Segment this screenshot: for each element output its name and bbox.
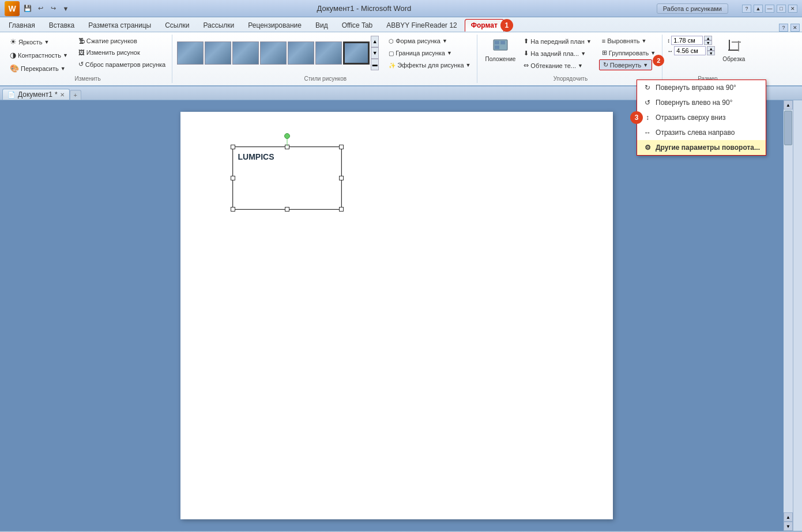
flip-h-icon: ↔ <box>643 128 652 137</box>
btn-front[interactable]: ⬆ На передний план ▼ <box>521 36 594 47</box>
image-text: LUMPICS <box>238 152 274 161</box>
btn-shape[interactable]: ⬡ Форма рисунка ▼ <box>386 36 473 46</box>
btn-effects[interactable]: ✨ Эффекты для рисунка ▼ <box>386 60 473 70</box>
handle-br[interactable] <box>339 207 344 212</box>
btn-align[interactable]: ≡ Выровнять ▼ <box>599 36 658 46</box>
number-badge-3: 3 <box>630 111 643 124</box>
menu-rotate-right[interactable]: ↻ Повернуть вправо на 90° <box>637 80 766 95</box>
selected-image[interactable]: LUMPICS <box>232 146 342 210</box>
svg-rect-1 <box>495 41 499 44</box>
tab-format[interactable]: Формат <box>465 19 504 32</box>
handle-tl[interactable] <box>231 145 235 149</box>
new-doc-tab[interactable]: + <box>70 90 81 100</box>
btn-border[interactable]: ▢ Граница рисунка ▼ <box>386 48 473 58</box>
title-bar: W 💾 ↩ ↪ ▼ Документ1 - Microsoft Word Раб… <box>0 0 802 17</box>
btn-crop[interactable]: Обрезка <box>720 36 748 64</box>
flip-v-icon: ↕ <box>643 113 652 122</box>
handle-bl[interactable] <box>231 207 235 212</box>
style-thumb-1[interactable] <box>177 41 204 65</box>
ribbon-toggle[interactable]: ▲ <box>754 5 763 13</box>
group-arrange-label: Упорядочить <box>482 74 658 82</box>
maximize-button[interactable]: □ <box>777 5 786 13</box>
width-up[interactable]: ▲ <box>707 46 715 51</box>
style-thumb-2[interactable] <box>205 41 231 65</box>
height-down[interactable]: ▼ <box>704 40 712 45</box>
scroll-down-arrow-1[interactable]: ▲ <box>784 512 793 522</box>
menu-flip-v[interactable]: ↕ Отразить сверху вниз <box>637 110 766 125</box>
style-thumb-5[interactable] <box>288 41 314 65</box>
group-styles: ▲ ▼ ▬ ⬡ Форма рисунка ▼ ▢ Граница рисунк… <box>174 35 477 83</box>
menu-more-rotate[interactable]: ⚙ Другие параметры поворота... <box>637 140 766 155</box>
tab-review[interactable]: Рецензирование <box>242 19 308 32</box>
document-page: LUMPICS <box>180 112 613 519</box>
tab-abbyy[interactable]: ABBYY FineReader 12 <box>380 19 464 32</box>
btn-compress[interactable]: 🗜 Сжатие рисунков <box>76 36 168 46</box>
doc-tab-name: Документ1 <box>18 90 52 99</box>
group-size-content: ↕ ▲ ▼ ↔ ▲ ▼ <box>667 36 748 74</box>
help-ribbon-button[interactable]: ? <box>779 24 788 32</box>
ribbon-tabs: Главная Вставка Разметка страницы Ссылки… <box>0 17 802 32</box>
styles-scroll-up[interactable]: ▲ <box>371 36 379 47</box>
close-ribbon-button[interactable]: ✕ <box>790 24 800 32</box>
right-panel <box>793 100 802 531</box>
btn-back[interactable]: ⬇ На задний пла... ▼ <box>521 48 594 59</box>
window-title: Документ1 - Microsoft Word <box>71 4 657 13</box>
btn-recolor[interactable]: 🎨 Перекрасить ▼ <box>7 62 71 74</box>
handle-bm[interactable] <box>285 207 289 212</box>
tab-office[interactable]: Office Tab <box>336 19 379 32</box>
styles-scroll-down[interactable]: ▼ <box>371 47 379 59</box>
btn-contrast[interactable]: ◑ Контрастность ▼ <box>7 49 71 61</box>
close-button[interactable]: ✕ <box>788 5 797 13</box>
handle-ml[interactable] <box>231 176 235 180</box>
styles-expand[interactable]: ▬ <box>371 59 379 70</box>
btn-reset[interactable]: ↺ Сброс параметров рисунка <box>76 59 168 70</box>
doc-tab-close[interactable]: ✕ <box>60 92 65 98</box>
tab-page-layout[interactable]: Разметка страницы <box>82 19 157 32</box>
height-input[interactable] <box>671 36 703 45</box>
width-input[interactable] <box>674 46 706 55</box>
scroll-thumb[interactable] <box>784 111 792 145</box>
btn-wrap[interactable]: ⇔ Обтекание те... ▼ <box>521 60 594 71</box>
btn-brightness[interactable]: ☀ Яркость ▼ <box>7 36 71 48</box>
help-button[interactable]: ? <box>742 5 751 13</box>
style-thumb-3[interactable] <box>232 41 259 65</box>
tab-view[interactable]: Вид <box>309 19 334 32</box>
group-arrange-content: Положение ⬆ На передний план ▼ ⬇ На задн… <box>482 36 658 74</box>
ribbon: Главная Вставка Разметка страницы Ссылки… <box>0 17 802 86</box>
btn-change-pic[interactable]: 🖼 Изменить рисунок <box>76 47 168 58</box>
style-thumb-4[interactable] <box>260 41 287 65</box>
handle-tr[interactable] <box>339 145 344 149</box>
btn-rotate[interactable]: ↻ Повернуть ▼ <box>599 59 652 70</box>
customize-button[interactable]: ▼ <box>60 3 71 14</box>
scroll-up-arrow[interactable]: ▲ <box>784 100 793 110</box>
tab-insert[interactable]: Вставка <box>43 19 81 32</box>
minimize-button[interactable]: — <box>765 5 774 13</box>
size-fields: ↕ ▲ ▼ ↔ ▲ ▼ <box>667 36 715 55</box>
menu-flip-h[interactable]: ↔ Отразить слева направо <box>637 125 766 140</box>
doc-tab-doc1[interactable]: 📄 Документ1 * ✕ <box>2 89 70 100</box>
doc-modified-indicator: * <box>55 90 58 99</box>
style-thumb-7[interactable] <box>343 41 370 65</box>
group-change-content: ☀ Яркость ▼ ◑ Контрастность ▼ 🎨 Перекрас… <box>7 36 168 74</box>
undo-button[interactable]: ↩ <box>35 3 46 14</box>
tab-references[interactable]: Ссылки <box>159 19 195 32</box>
number-badge-1: 1 <box>500 19 513 32</box>
number-badge-2: 2 <box>653 55 664 66</box>
height-up[interactable]: ▲ <box>704 36 712 40</box>
tab-mailings[interactable]: Рассылки <box>197 19 240 32</box>
scroll-down-arrow-2[interactable]: ▼ <box>784 522 793 531</box>
btn-group[interactable]: ⊞ Группировать ▼ <box>599 47 658 58</box>
style-thumb-6[interactable] <box>315 41 342 65</box>
menu-rotate-left[interactable]: ↺ Повернуть влево на 90° <box>637 95 766 110</box>
width-down[interactable]: ▼ <box>707 51 715 55</box>
btn-position[interactable]: Положение <box>482 36 518 64</box>
rotate-right-icon: ↻ <box>643 83 652 92</box>
undo-redo: 💾 ↩ ↪ ▼ <box>22 3 71 14</box>
group-arrange: Положение ⬆ На передний план ▼ ⬇ На задн… <box>479 35 662 83</box>
vertical-scrollbar[interactable]: ▲ ▲ ▼ <box>784 100 793 531</box>
tab-home[interactable]: Главная <box>2 19 42 32</box>
redo-button[interactable]: ↪ <box>47 3 59 14</box>
save-button[interactable]: 💾 <box>22 3 33 14</box>
handle-mr[interactable] <box>339 176 344 180</box>
handle-rotate[interactable] <box>284 133 290 139</box>
